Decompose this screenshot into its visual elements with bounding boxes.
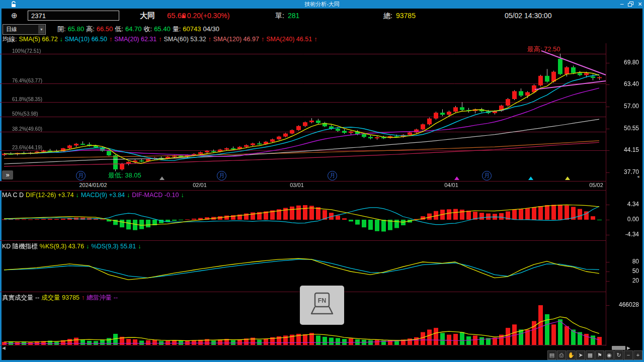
text-segment: MACD(9) +3.84: [81, 192, 125, 199]
text-segment: MA C D: [2, 192, 24, 199]
stock-name: 大同: [140, 11, 155, 21]
text-segment: 60743: [183, 25, 201, 33]
cursor-icon[interactable]: ➤: [576, 350, 585, 360]
pan-hand-icon[interactable]: ✋: [567, 350, 576, 360]
text-segment: 64.70: [125, 25, 142, 33]
bottom-toolbar: ▤⎙✋➤▦⚑◉↻−+: [547, 350, 642, 360]
text-segment: ↓: [127, 192, 130, 199]
price-axis-label: 57.00: [608, 103, 639, 110]
symbol-lookup-icon[interactable]: ⊕: [11, 11, 18, 21]
text-segment: 66.50: [97, 25, 113, 33]
macd-header: MA C DDIF(12-26) +3.74↓MACD(9) +3.84↓DIF…: [2, 191, 186, 199]
event-marker-triangle: [454, 176, 459, 180]
month-marker-button[interactable]: 月: [217, 171, 226, 180]
title-bar: 技術分析-大同 – ×: [0, 0, 644, 9]
text-segment: ↓: [181, 192, 184, 199]
text-segment: ↓: [138, 243, 141, 250]
report-icon[interactable]: ▤: [547, 350, 556, 360]
text-segment: ↑: [314, 36, 317, 43]
scrollbar-thumb[interactable]: [612, 346, 625, 350]
text-segment: ↑: [261, 36, 264, 43]
kd-header: KD 隨機指標%KS(9,3) 43.76↓%DS(9,3) 55.81↓: [2, 242, 143, 250]
price-axis-label: 50.55: [608, 125, 639, 132]
text-segment: ↓: [86, 243, 89, 250]
text-segment: ↓: [60, 36, 63, 43]
text-segment: 量:: [173, 25, 181, 33]
minimize-button[interactable]: –: [618, 1, 626, 8]
sma-row: 均線:SMA(5) 66.72↓SMA(10) 66.50↑SMA(20) 62…: [3, 35, 319, 44]
month-marker-button[interactable]: 月: [482, 171, 492, 180]
text-segment: SMA(120) 46.97: [213, 36, 259, 43]
close-button[interactable]: ×: [636, 1, 644, 8]
volume-header: 真實成交量 --成交量 93785↑總當沖量 --: [2, 294, 120, 302]
total-volume-label: 總:: [383, 11, 392, 21]
text-segment: 真實成交量 --: [2, 294, 39, 301]
refresh-icon[interactable]: ↻: [614, 350, 623, 360]
single-volume-value: 281: [288, 11, 299, 21]
date-axis-label: 2024/01/02: [70, 182, 116, 188]
fn-key-label: FN: [318, 297, 327, 304]
text-segment: ↓: [76, 192, 79, 199]
text-segment: 低:: [115, 25, 123, 33]
expand-panel-button[interactable]: »: [2, 170, 13, 179]
month-marker-button[interactable]: 月: [328, 171, 337, 180]
fn-key-osd-overlay: FN: [300, 286, 344, 325]
price-axis-label: 63.40: [608, 80, 639, 87]
text-segment: SMA(20) 62.31: [114, 36, 156, 43]
text-segment: ↑: [208, 36, 211, 43]
chevron-down-icon: ▼: [38, 25, 45, 34]
zoom-in-icon[interactable]: +: [633, 350, 642, 360]
flag-tool-icon[interactable]: ⚑: [595, 350, 604, 360]
macd-axis-label: -4.34: [608, 231, 639, 238]
window-title: 技術分析-大同: [0, 0, 644, 9]
month-marker-button[interactable]: 月: [76, 171, 86, 180]
kd-axis-label: 80: [608, 258, 639, 265]
text-segment: SMA(60) 53.32: [164, 36, 206, 43]
text-segment: %KS(9,3) 43.76: [40, 243, 84, 250]
date-axis-label: 05/02: [574, 182, 619, 188]
text-segment: ↑: [158, 36, 162, 43]
text-segment: SMA(10) 66.50: [65, 36, 107, 43]
kd-axis-label: 20: [608, 277, 639, 284]
text-segment: DIF-MACD -0.10: [132, 192, 179, 199]
text-segment: KD 隨機指標: [2, 243, 38, 250]
symbol-input[interactable]: [28, 11, 119, 21]
highest-price-annotation: 最高: 72.50: [527, 45, 560, 54]
text-segment: 04/30: [203, 25, 219, 33]
grid-icon[interactable]: ▦: [586, 350, 595, 360]
price-axis-label: 69.80: [608, 59, 639, 66]
text-segment: ↑: [82, 294, 85, 301]
main-price-chart-canvas: [0, 43, 610, 181]
date-axis-label: 03/01: [274, 182, 319, 188]
event-marker-triangle: [528, 176, 533, 180]
app-window: { "window": { "title": "技術分析-大同", "minim…: [0, 0, 644, 362]
window-border-bottom: [0, 360, 644, 362]
macd-axis-label: 4.34: [608, 201, 639, 208]
event-marker-triangle: [565, 176, 570, 180]
lowest-price-annotation: 最低: 38.05: [108, 171, 141, 180]
text-segment: 65.80: [68, 25, 85, 33]
ohlc-row: 開:65.80高:66.50低:64.70收:65.40量:6074304/30: [57, 25, 221, 34]
price-axis-label: 44.15: [608, 146, 639, 153]
text-segment: ↑: [109, 36, 112, 43]
text-segment: DIF(12-26) +3.74: [26, 192, 74, 199]
price-change: ▲0.20(+0.30%): [180, 11, 229, 21]
restore-button[interactable]: [627, 1, 635, 8]
eye-icon[interactable]: ◉: [605, 350, 614, 360]
date-axis-label: 02/01: [177, 182, 222, 188]
quote-datetime: 05/02 14:30:00: [505, 11, 551, 21]
print-icon[interactable]: ⎙: [557, 350, 566, 360]
text-segment: 成交量 93785: [41, 294, 79, 301]
volume-axis-label: 466028: [608, 301, 639, 308]
period-dropdown[interactable]: 日線 ▼: [3, 24, 46, 35]
scroll-left-arrow[interactable]: ◀: [2, 345, 6, 351]
event-marker-triangle: [159, 176, 165, 180]
price-axis-label: 37.70: [608, 168, 639, 175]
text-segment: 均線:: [3, 36, 17, 43]
text-segment: 高:: [86, 25, 95, 33]
zoom-out-icon[interactable]: −: [624, 350, 633, 360]
single-volume-label: 單:: [275, 11, 284, 21]
date-axis-label: 04/01: [429, 182, 474, 188]
period-label: 日線: [3, 26, 17, 32]
kd-axis-label: 50: [608, 267, 639, 275]
